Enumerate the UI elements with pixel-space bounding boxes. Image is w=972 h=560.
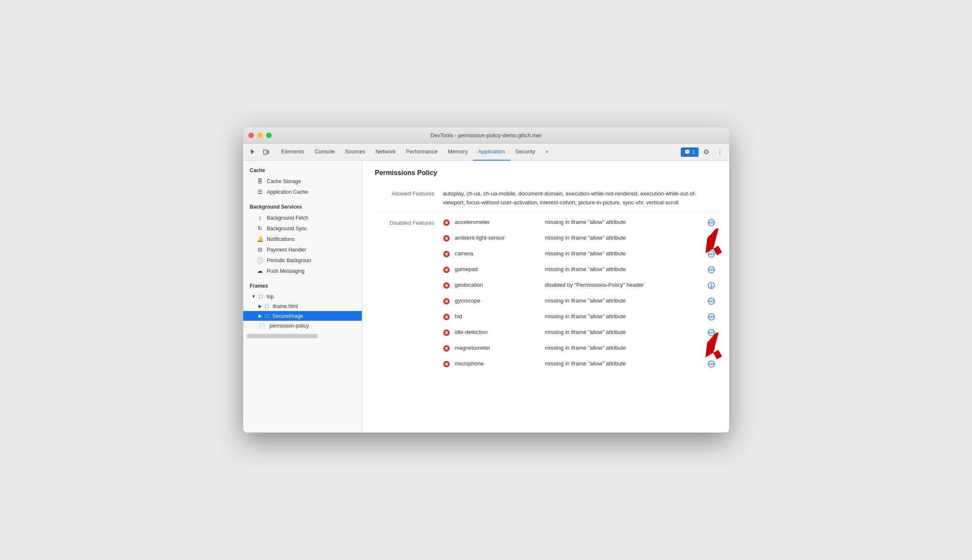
feature-name: hid (455, 313, 540, 320)
feature-error-icon (443, 266, 450, 275)
bg-sync-icon: ↻ (257, 225, 264, 232)
feature-row: magnetometermissing in iframe "allow" at… (443, 341, 716, 357)
feature-reason: missing in iframe "allow" attribute (545, 360, 701, 367)
tab-console[interactable]: Console (310, 144, 340, 161)
feature-reason: missing in iframe "allow" attribute (545, 235, 701, 241)
window-controls (248, 133, 272, 138)
sidebar-item-notifications-label: Notifications (267, 236, 295, 242)
feature-code-link-icon[interactable] (706, 250, 716, 259)
feature-row: ambient-light-sensormissing in iframe "a… (443, 231, 716, 247)
feature-code-link-icon[interactable] (706, 219, 716, 228)
feature-code-link-icon[interactable] (706, 282, 716, 291)
sidebar-item-push-messaging[interactable]: ☁ Push Messaging (243, 266, 362, 276)
devtools-toolbar: Elements Console Sources Network Perform… (243, 144, 729, 161)
feature-row: cameramissing in iframe "allow" attribut… (443, 247, 716, 263)
frame-icon: □ (265, 303, 269, 309)
disabled-features-section: Disabled Features accelerometermissing i… (375, 215, 716, 373)
window-title: DevTools - permission-policy-demo.glitch… (430, 132, 542, 139)
cache-section-header: Cache (243, 161, 362, 176)
sidebar-item-periodic-label: Periodic Backgroun (267, 257, 311, 263)
feature-name: microphone (455, 360, 540, 367)
sidebar-item-notifications[interactable]: 🔔 Notifications (243, 234, 362, 244)
content-area: Permissions Policy Allowed Features auto… (362, 161, 729, 433)
feature-code-link-icon[interactable] (706, 266, 716, 275)
feature-name: geolocation (455, 282, 540, 288)
frame-top[interactable]: ▼ □ top (243, 291, 362, 301)
frame-secure-image[interactable]: ▶ □ SecureImage (243, 311, 362, 321)
feature-error-icon (443, 361, 450, 369)
close-button[interactable] (248, 133, 254, 138)
feature-reason: missing in iframe "allow" attribute (545, 219, 701, 225)
feature-reason: disabled by "Permissions-Policy" header (545, 282, 701, 288)
tab-more[interactable]: » (540, 144, 554, 161)
tab-application[interactable]: Application (473, 144, 510, 161)
sidebar-item-periodic-bg[interactable]: 🕐 Periodic Backgroun (243, 255, 362, 266)
feature-code-link-icon[interactable] (706, 313, 716, 322)
feature-error-icon (443, 314, 450, 322)
feature-code-link-icon[interactable] (706, 345, 716, 354)
sidebar-item-bg-sync[interactable]: ↻ Background Sync (243, 223, 362, 234)
payment-handler-icon: ⊟ (257, 246, 264, 253)
sidebar-item-app-cache-label: Application Cache (267, 189, 308, 195)
feature-row: gyroscopemissing in iframe "allow" attri… (443, 294, 716, 310)
sidebar-item-application-cache[interactable]: ☰ Application Cache (243, 187, 362, 197)
feature-name: gamepad (455, 266, 540, 272)
feature-row: microphonemissing in iframe "allow" attr… (443, 357, 716, 373)
toolbar-icons (247, 146, 272, 158)
feature-code-link-icon[interactable] (706, 235, 716, 243)
frame-iframe[interactable]: ▶ □ iframe.html (243, 301, 362, 311)
tab-sources[interactable]: Sources (340, 144, 370, 161)
frame-label: permission-policy (270, 323, 309, 329)
sidebar-item-bg-fetch-label: Background Fetch (267, 215, 308, 221)
settings-icon[interactable]: ⚙ (700, 146, 712, 158)
feature-code-link-icon[interactable] (706, 329, 716, 338)
allowed-features-label: Allowed Features (375, 189, 443, 207)
feature-code-link-icon[interactable] (706, 360, 716, 369)
feature-reason: missing in iframe "allow" attribute (545, 297, 701, 304)
messages-badge-button[interactable]: 💬 1 (681, 147, 699, 157)
tab-memory[interactable]: Memory (443, 144, 473, 161)
tab-security[interactable]: Security (510, 144, 540, 161)
feature-row: geolocationdisabled by "Permissions-Poli… (443, 278, 716, 294)
svg-rect-1 (267, 151, 269, 153)
sidebar-item-cache-storage[interactable]: 🗄 Cache Storage (243, 176, 362, 187)
feature-name: magnetometer (455, 345, 540, 351)
device-toggle-icon[interactable] (260, 146, 272, 158)
tab-performance[interactable]: Performance (401, 144, 443, 161)
chat-icon: 💬 (684, 149, 691, 155)
sidebar-scrollbar[interactable] (247, 334, 318, 338)
sidebar-item-push-label: Push Messaging (267, 268, 305, 274)
expand-icon: ▶ (259, 314, 262, 318)
tab-elements[interactable]: Elements (276, 144, 310, 161)
app-cache-icon: ☰ (257, 189, 264, 195)
minimize-button[interactable] (257, 133, 263, 138)
devtools-tabs: Elements Console Sources Network Perform… (276, 144, 680, 161)
sidebar-item-payment-label: Payment Handler (267, 247, 307, 253)
frame-permission-policy[interactable]: 📄 permission-policy (243, 321, 362, 331)
sidebar-item-bg-fetch[interactable]: ↕ Background Fetch (243, 212, 362, 223)
expand-icon: ▶ (259, 304, 262, 308)
frame-doc-icon: 📄 (259, 322, 265, 329)
periodic-bg-icon: 🕐 (257, 257, 264, 263)
cache-storage-icon: 🗄 (257, 178, 264, 184)
feature-error-icon (443, 329, 450, 338)
feature-error-icon (443, 282, 450, 291)
feature-reason: missing in iframe "allow" attribute (545, 329, 701, 335)
allowed-features-row: Allowed Features autoplay, ch-ua, ch-ua-… (375, 185, 716, 212)
cursor-icon[interactable] (247, 146, 259, 158)
sidebar-item-payment-handler[interactable]: ⊟ Payment Handler (243, 244, 362, 255)
feature-code-link-icon[interactable] (706, 297, 716, 306)
sidebar: Cache 🗄 Cache Storage ☰ Application Cach… (243, 161, 362, 433)
sidebar-item-cache-storage-label: Cache Storage (267, 178, 301, 184)
titlebar: DevTools - permission-policy-demo.glitch… (243, 127, 729, 144)
feature-row: hidmissing in iframe "allow" attribute (443, 310, 716, 325)
frames-section-header: Frames (243, 276, 362, 291)
more-options-icon[interactable]: ⋮ (714, 146, 726, 158)
feature-error-icon (443, 345, 450, 354)
tab-network[interactable]: Network (370, 144, 401, 161)
maximize-button[interactable] (266, 133, 272, 138)
feature-name: accelerometer (455, 219, 540, 225)
background-section-header: Background Services (243, 197, 362, 212)
sidebar-item-bg-sync-label: Background Sync (267, 226, 307, 232)
page-title: Permissions Policy (375, 169, 716, 177)
